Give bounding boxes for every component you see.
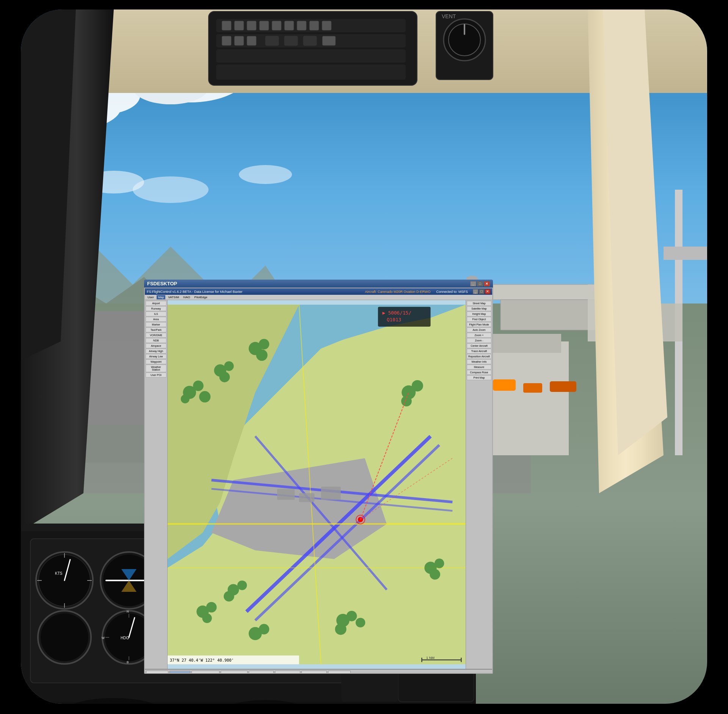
sidebar-compass-rose[interactable]: Compass Rose [467,370,491,375]
btn-map[interactable]: MAP [169,671,190,674]
sidebar-runway[interactable]: Runway [146,306,166,311]
sidebar-weather-info[interactable]: Weather Info [467,359,491,364]
fsflight-toolbar: POSITION MAP FLIGHT PLAN CONDITIONS PUSH… [145,669,492,674]
svg-rect-72 [247,36,256,46]
svg-rect-70 [222,36,231,46]
svg-text:▶ 5006/15/: ▶ 5006/15/ [382,310,411,316]
minimize-button[interactable]: _ [470,281,476,286]
svg-rect-60 [216,64,406,80]
svg-rect-74 [284,36,298,46]
fsdesktop-window-controls: _ □ ✕ [470,281,490,286]
scene-container: FRONTIER [0,0,728,714]
svg-point-108 [41,613,88,661]
svg-point-179 [412,380,423,392]
sidebar-zoom-minus[interactable]: Zoom - [467,338,491,343]
btn-failures[interactable]: FAILURES [328,671,351,674]
sidebar-marker[interactable]: Marker [146,322,166,327]
fsflight-close[interactable]: ✕ [485,289,490,294]
sidebar-street-map[interactable]: Street Map [467,301,491,306]
svg-point-188 [224,591,234,602]
svg-rect-71 [234,36,244,46]
fsflight-aircraft: Aircraft: Carenado M20R Ovation D-ERWO [365,290,431,294]
svg-point-17 [239,165,292,184]
fsflight-connection: Connected to: MSFS [436,290,468,294]
svg-rect-64 [259,21,269,30]
sidebar-vordme[interactable]: VOR/DME [146,333,166,338]
menu-item-user[interactable]: User [146,295,155,299]
sidebar-satellite-map[interactable]: Satellite Map [467,306,491,311]
toolbar-row-1: POSITION MAP FLIGHT PLAN CONDITIONS PUSH… [146,671,491,674]
btn-pushback[interactable]: PUSHBACK [249,671,274,674]
svg-rect-75 [303,36,317,46]
btn-fuelload[interactable]: FUEL/LOAD [275,671,300,674]
svg-point-16 [133,176,209,203]
maximize-button[interactable]: □ [477,281,483,286]
sidebar-zoom-plus[interactable]: Zoom + [467,333,491,338]
svg-rect-63 [247,21,256,30]
svg-rect-73 [265,36,279,46]
btn-conditions[interactable]: CONDITIONS [221,671,248,674]
sidebar-taxipark[interactable]: Taxi/Park [146,327,166,332]
sidebar-area[interactable]: Area [146,317,166,322]
sidebar-airway-low[interactable]: Airway Low [146,354,166,359]
fsflight-title: FS:FlightControl v1.6.2 BETA - Data Lice… [147,290,363,294]
sidebar-userpoi[interactable]: User POI [146,373,166,377]
svg-text:1 NM: 1 NM [426,656,435,660]
sidebar-center-aircraft[interactable]: Center Aircraft [467,343,491,348]
menu-item-ivao[interactable]: IVAO [182,295,192,299]
sidebar-measure[interactable]: Measure [467,365,491,370]
svg-point-185 [259,624,269,635]
sidebar-flight-plan-mode[interactable]: Flight Plan Mode [467,322,491,327]
fsflight-titlebar: FS:FlightControl v1.6.2 BETA - Data Lice… [145,288,492,295]
svg-rect-49 [550,381,576,392]
fsflight-body: Airport Runway ILS Area Marker Taxi/Park… [145,300,492,669]
fsdesktop-title: FSDESKTOP [147,281,177,286]
svg-point-176 [259,339,269,349]
fsflight-window: FS:FlightControl v1.6.2 BETA - Data Lice… [144,288,493,674]
svg-rect-66 [284,21,294,30]
sidebar-airspace[interactable]: Airspace [146,343,166,348]
close-button[interactable]: ✕ [484,281,490,286]
svg-text:KTS: KTS [55,571,63,576]
fsdesktop-titlebar: FSDESKTOP _ □ ✕ [144,280,493,288]
svg-text:37°N 27 40.4'W  122° 40.900': 37°N 27 40.4'W 122° 40.900' [170,658,234,662]
sidebar-ils[interactable]: ILS [146,311,166,316]
svg-rect-196 [277,489,295,500]
svg-point-174 [219,372,230,382]
menu-item-map[interactable]: Map [157,295,166,299]
sidebar-airport[interactable]: Airport [146,301,166,306]
svg-rect-65 [272,21,281,30]
svg-rect-68 [309,21,319,30]
fsflight-sidebar-left: Airport Runway ILS Area Marker Taxi/Park… [145,300,168,669]
svg-text:VENT: VENT [442,13,456,19]
sidebar-weather[interactable]: Weather Station [146,365,166,372]
sidebar-trace-aircraft[interactable]: Trace Aircraft [467,349,491,354]
sidebar-airway-high[interactable]: Airway High [146,349,166,354]
sidebar-ndb[interactable]: NDB [146,338,166,343]
fsflight-sidebar-right: Street Map Satellite Map Height Map Find… [466,300,492,669]
fsflight-map[interactable]: ▶ 5006/15/ Q1013 37°N 27 40.4'W 122° 40.… [168,300,466,669]
sidebar-waypoint[interactable]: Waypoint [146,359,166,364]
menu-item-pilotedge[interactable]: PilotEdge [193,295,209,299]
btn-position[interactable]: POSITION [146,671,168,674]
btn-viewslew[interactable]: VIEW/SLEW [301,671,327,674]
svg-rect-47 [493,379,516,391]
fsflight-minimize[interactable]: _ [473,289,478,294]
sidebar-reposition-aircraft[interactable]: Reposition Aircraft [467,354,491,359]
svg-rect-76 [322,36,336,46]
sidebar-print-map[interactable]: Print Map [467,375,491,380]
svg-point-170 [181,395,190,403]
menu-item-vatsim[interactable]: VATSIM [166,295,180,299]
svg-point-187 [237,580,247,590]
svg-rect-62 [234,21,244,30]
svg-point-183 [202,613,212,623]
svg-point-191 [430,569,440,580]
fsflight-maximize[interactable]: □ [479,289,484,294]
sidebar-auto-zoom[interactable]: Auto Zoom [467,327,491,332]
sidebar-height-map[interactable]: Height Map [467,311,491,316]
svg-rect-198 [321,487,341,500]
btn-flight-plan[interactable]: FLIGHT PLAN [191,671,220,674]
svg-rect-69 [322,21,331,30]
sidebar-find-object[interactable]: Find Object [467,317,491,322]
svg-rect-59 [216,49,406,63]
